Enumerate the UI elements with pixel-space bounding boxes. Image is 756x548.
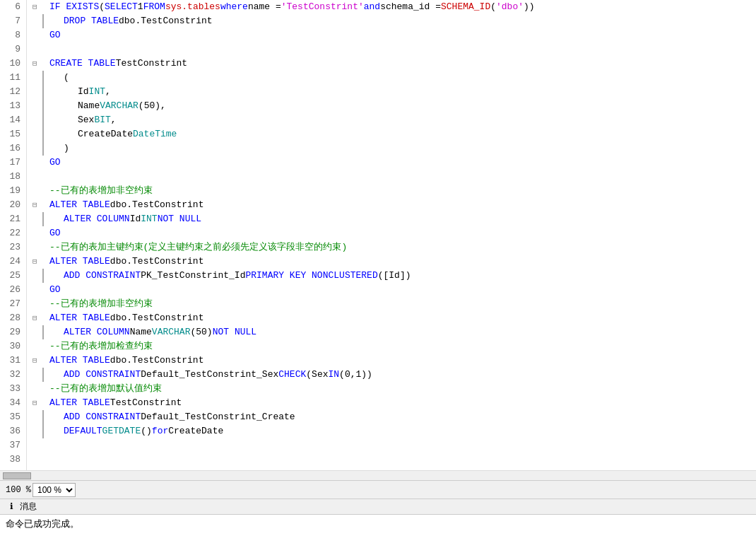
- table-row: [33, 42, 756, 57]
- token-kw-blue: CREATE TABLE: [49, 57, 116, 71]
- table-row: [33, 453, 756, 467]
- status-bar: 100 % 100 % 75 % 125 % 150 %: [0, 480, 756, 499]
- table-row: ⊟ALTER TABLE dbo.TestConstrint: [33, 198, 756, 212]
- token-text-normal: Name: [78, 99, 100, 113]
- token-kw-blue: ADD CONSTRAINT: [64, 269, 141, 283]
- line-number: 27: [0, 297, 23, 311]
- collapse-icon[interactable]: ⊟: [33, 57, 41, 71]
- line-number: 11: [0, 71, 23, 85]
- continuation-bar: [42, 141, 48, 156]
- token-kw-blue: NOT NULL: [158, 212, 201, 226]
- token-kw-magenta: 'dbo': [496, 0, 524, 14]
- token-text-normal: Id: [78, 85, 89, 99]
- messages-header[interactable]: ℹ 消息: [0, 499, 756, 515]
- token-kw-blue: ALTER TABLE: [49, 255, 110, 269]
- zoom-dropdown[interactable]: 100 % 75 % 125 % 150 %: [33, 483, 76, 497]
- token-text-normal: (0,1)): [339, 368, 372, 382]
- continuation-bar: [42, 14, 48, 28]
- token-text-normal: (: [490, 0, 496, 14]
- table-row: GO: [33, 226, 756, 240]
- horizontal-scrollbar[interactable]: [0, 470, 756, 480]
- token-text-normal: CreateDate: [78, 127, 133, 141]
- table-row: [33, 170, 756, 184]
- token-kw-cyan: VARCHAR: [100, 99, 138, 113]
- table-row: --已有的表增加非空约束: [33, 297, 756, 311]
- token-kw-blue: ALTER TABLE: [49, 354, 110, 368]
- table-row: DEFAULT GETDATE() for CreateDate: [33, 424, 756, 438]
- collapse-icon[interactable]: ⊟: [33, 198, 41, 212]
- token-text-normal: dbo.TestConstrint: [110, 354, 204, 368]
- token-kw-green: --已有的表增加非空约束: [49, 184, 153, 198]
- token-text-normal: (: [64, 71, 69, 85]
- token-kw-green: --已有的表增加检查约束: [49, 339, 153, 354]
- token-kw-green: --已有的表增加默认值约束: [49, 382, 162, 396]
- token-kw-cyan: GETDATE: [102, 424, 141, 438]
- scrollbar-thumb[interactable]: [3, 472, 31, 479]
- collapse-icon[interactable]: ⊟: [33, 0, 41, 14]
- continuation-bar: [42, 368, 48, 382]
- token-kw-cyan: VARCHAR: [152, 325, 191, 339]
- line-number: 15: [0, 127, 23, 141]
- collapse-icon[interactable]: ⊟: [33, 396, 41, 410]
- line-number: 36: [0, 424, 23, 438]
- token-kw-blue: GO: [49, 28, 61, 42]
- token-text-normal: Default_TestConstrint_Create: [141, 410, 295, 424]
- table-row: ⊟CREATE TABLE TestConstrint: [33, 57, 756, 71]
- table-row: GO: [33, 156, 756, 170]
- continuation-bar: [42, 113, 48, 127]
- line-number: 26: [0, 283, 23, 297]
- line-number: 38: [0, 453, 23, 467]
- line-number: 8: [0, 28, 23, 42]
- line-number: 32: [0, 368, 23, 382]
- line-number: 29: [0, 325, 23, 339]
- token-text-normal: dbo.TestConstrint: [119, 14, 213, 28]
- collapse-icon[interactable]: ⊟: [33, 255, 41, 269]
- token-kw-cyan: DateTime: [133, 127, 177, 141]
- table-row: (: [33, 71, 756, 85]
- continuation-bar: [42, 410, 48, 424]
- token-text-normal: Id: [130, 212, 141, 226]
- token-kw-blue: and: [364, 0, 380, 14]
- table-row: GO: [33, 28, 756, 42]
- token-text-normal: (50): [190, 325, 212, 339]
- token-kw-magenta: 'TestConstrint': [281, 0, 364, 14]
- token-kw-blue: DROP TABLE: [64, 14, 119, 28]
- table-row: ADD CONSTRAINT Default_TestConstrint_Cre…: [33, 410, 756, 424]
- token-text-normal: (Sex: [306, 368, 328, 382]
- token-kw-blue: IN: [329, 368, 340, 382]
- token-text-normal: Default_TestConstrint_Sex: [141, 368, 278, 382]
- table-row: Sex BIT ,: [33, 113, 756, 127]
- token-kw-blue: SELECT: [105, 0, 138, 14]
- messages-text: 命令已成功完成。: [6, 519, 79, 530]
- collapse-icon[interactable]: ⊟: [33, 311, 41, 325]
- code-editor: 6789101112131415161718192021222324252627…: [0, 0, 756, 480]
- line-number: 13: [0, 99, 23, 113]
- messages-icon: ℹ: [6, 501, 17, 513]
- line-number: 33: [0, 382, 23, 396]
- line-number: 25: [0, 269, 23, 283]
- table-row: [33, 438, 756, 453]
- table-row: ⊟ALTER TABLE dbo.TestConstrint: [33, 311, 756, 325]
- token-text-normal: CreateDate: [168, 424, 223, 438]
- token-text-normal: ): [64, 141, 69, 156]
- collapse-icon[interactable]: ⊟: [33, 354, 41, 368]
- token-kw-red: SCHEMA_ID: [441, 0, 490, 14]
- continuation-bar: [42, 424, 48, 438]
- line-number: 12: [0, 85, 23, 99]
- token-kw-blue: GO: [49, 283, 61, 297]
- token-text-normal: )): [524, 0, 535, 14]
- token-kw-blue: ALTER COLUMN: [64, 212, 130, 226]
- zoom-control: 100 % 100 % 75 % 125 % 150 %: [6, 483, 76, 497]
- token-text-normal: ,: [105, 85, 111, 99]
- line-number: 31: [0, 354, 23, 368]
- token-kw-blue: ALTER TABLE: [49, 198, 110, 212]
- token-kw-blue: where: [220, 0, 248, 14]
- line-number: 24: [0, 255, 23, 269]
- token-text-normal: ,: [111, 113, 117, 127]
- continuation-bar: [42, 71, 48, 85]
- table-row: GO: [33, 283, 756, 297]
- token-kw-blue: ALTER TABLE: [49, 311, 110, 325]
- line-number: 16: [0, 141, 23, 156]
- line-number: 17: [0, 156, 23, 170]
- token-text-normal: 1: [138, 0, 143, 14]
